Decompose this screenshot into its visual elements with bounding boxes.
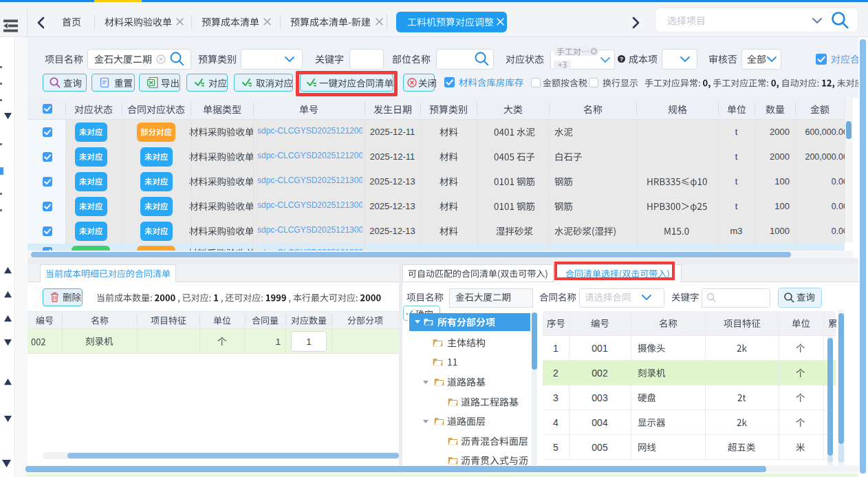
svg-text:?: ? xyxy=(619,56,622,63)
